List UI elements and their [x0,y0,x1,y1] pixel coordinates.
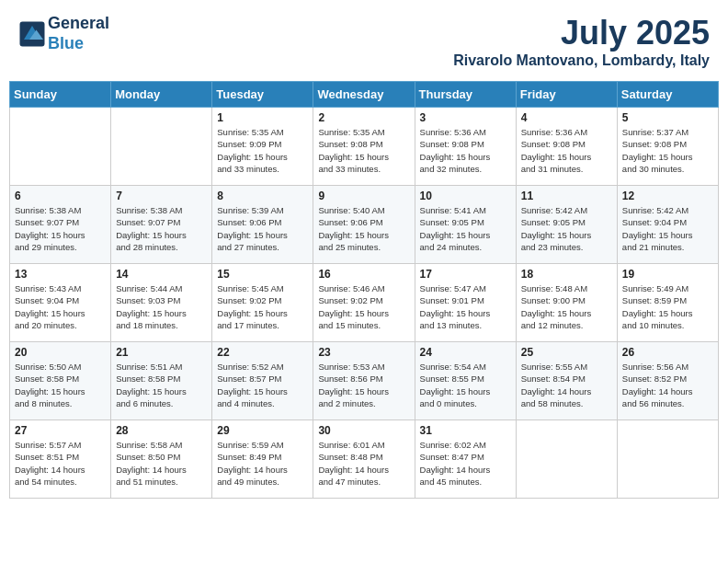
calendar-cell: 24Sunrise: 5:54 AM Sunset: 8:55 PM Dayli… [415,342,516,420]
cell-day-number: 30 [318,424,409,437]
cell-day-number: 29 [217,424,308,437]
cell-info-text: Sunrise: 5:42 AM Sunset: 9:05 PM Dayligh… [521,204,612,253]
cell-info-text: Sunrise: 5:41 AM Sunset: 9:05 PM Dayligh… [420,204,511,253]
logo-line1: General [48,14,109,32]
cell-info-text: Sunrise: 5:39 AM Sunset: 9:06 PM Dayligh… [217,204,308,253]
weekday-header-wednesday: Wednesday [313,82,415,108]
calendar-cell: 7Sunrise: 5:38 AM Sunset: 9:07 PM Daylig… [111,186,212,264]
cell-info-text: Sunrise: 5:38 AM Sunset: 9:07 PM Dayligh… [15,204,106,253]
cell-day-number: 31 [420,424,511,437]
cell-info-text: Sunrise: 5:40 AM Sunset: 9:06 PM Dayligh… [318,204,409,253]
cell-day-number: 5 [622,111,713,124]
calendar-cell: 14Sunrise: 5:44 AM Sunset: 9:03 PM Dayli… [111,264,212,342]
cell-day-number: 22 [217,346,308,359]
cell-info-text: Sunrise: 5:54 AM Sunset: 8:55 PM Dayligh… [420,361,511,409]
cell-day-number: 15 [217,268,308,281]
title-area: July 2025 Rivarolo Mantovano, Lombardy, … [453,14,710,69]
cell-day-number: 10 [420,190,511,202]
month-title: July 2025 [453,14,710,52]
cell-day-number: 26 [622,346,713,359]
cell-info-text: Sunrise: 5:45 AM Sunset: 9:02 PM Dayligh… [217,282,308,331]
week-row-2: 6Sunrise: 5:38 AM Sunset: 9:07 PM Daylig… [10,186,719,264]
calendar-cell [516,420,617,499]
calendar-cell: 26Sunrise: 5:56 AM Sunset: 8:52 PM Dayli… [617,342,718,420]
calendar-cell: 29Sunrise: 5:59 AM Sunset: 8:49 PM Dayli… [212,420,313,499]
cell-day-number: 16 [318,268,409,281]
cell-day-number: 6 [15,190,106,202]
calendar-cell: 17Sunrise: 5:47 AM Sunset: 9:01 PM Dayli… [415,264,516,342]
calendar-cell: 10Sunrise: 5:41 AM Sunset: 9:05 PM Dayli… [415,186,516,264]
calendar-cell: 2Sunrise: 5:35 AM Sunset: 9:08 PM Daylig… [313,108,415,186]
cell-info-text: Sunrise: 5:38 AM Sunset: 9:07 PM Dayligh… [116,204,207,253]
cell-day-number: 3 [420,111,511,124]
calendar: SundayMondayTuesdayWednesdayThursdayFrid… [9,81,719,499]
calendar-cell: 1Sunrise: 5:35 AM Sunset: 9:09 PM Daylig… [212,108,313,186]
logo-line2: Blue [48,34,84,52]
cell-day-number: 27 [15,424,106,437]
calendar-cell [111,108,212,186]
cell-info-text: Sunrise: 5:50 AM Sunset: 8:58 PM Dayligh… [15,361,106,409]
calendar-cell: 27Sunrise: 5:57 AM Sunset: 8:51 PM Dayli… [10,420,111,499]
logo-text: General Blue [48,14,109,53]
calendar-cell: 23Sunrise: 5:53 AM Sunset: 8:56 PM Dayli… [313,342,415,420]
calendar-cell: 5Sunrise: 5:37 AM Sunset: 9:08 PM Daylig… [617,108,718,186]
calendar-cell: 31Sunrise: 6:02 AM Sunset: 8:47 PM Dayli… [415,420,516,499]
header: General Blue July 2025 Rivarolo Mantovan… [9,9,719,74]
calendar-cell: 22Sunrise: 5:52 AM Sunset: 8:57 PM Dayli… [212,342,313,420]
weekday-header-friday: Friday [516,82,617,108]
cell-info-text: Sunrise: 5:57 AM Sunset: 8:51 PM Dayligh… [15,439,106,488]
calendar-cell: 30Sunrise: 6:01 AM Sunset: 8:48 PM Dayli… [313,420,415,499]
calendar-cell: 18Sunrise: 5:48 AM Sunset: 9:00 PM Dayli… [516,264,617,342]
calendar-cell [10,108,111,186]
cell-day-number: 1 [217,111,308,124]
cell-info-text: Sunrise: 5:51 AM Sunset: 8:58 PM Dayligh… [116,361,207,409]
logo-icon [18,20,46,48]
cell-info-text: Sunrise: 5:49 AM Sunset: 8:59 PM Dayligh… [622,282,713,331]
cell-day-number: 25 [521,346,612,359]
calendar-cell: 21Sunrise: 5:51 AM Sunset: 8:58 PM Dayli… [111,342,212,420]
calendar-cell: 15Sunrise: 5:45 AM Sunset: 9:02 PM Dayli… [212,264,313,342]
cell-info-text: Sunrise: 5:56 AM Sunset: 8:52 PM Dayligh… [622,361,713,409]
weekday-header-tuesday: Tuesday [212,82,313,108]
location-title: Rivarolo Mantovano, Lombardy, Italy [453,52,710,69]
cell-day-number: 11 [521,190,612,202]
cell-info-text: Sunrise: 6:02 AM Sunset: 8:47 PM Dayligh… [420,439,511,488]
cell-day-number: 7 [116,190,207,202]
cell-info-text: Sunrise: 5:59 AM Sunset: 8:49 PM Dayligh… [217,439,308,488]
calendar-cell: 3Sunrise: 5:36 AM Sunset: 9:08 PM Daylig… [415,108,516,186]
calendar-cell [617,420,718,499]
weekday-header-monday: Monday [111,82,212,108]
cell-day-number: 21 [116,346,207,359]
calendar-cell: 16Sunrise: 5:46 AM Sunset: 9:02 PM Dayli… [313,264,415,342]
weekday-header-sunday: Sunday [10,82,111,108]
cell-info-text: Sunrise: 5:36 AM Sunset: 9:08 PM Dayligh… [420,126,511,175]
cell-day-number: 23 [318,346,409,359]
week-row-4: 20Sunrise: 5:50 AM Sunset: 8:58 PM Dayli… [10,342,719,420]
cell-info-text: Sunrise: 5:55 AM Sunset: 8:54 PM Dayligh… [521,361,612,409]
calendar-cell: 25Sunrise: 5:55 AM Sunset: 8:54 PM Dayli… [516,342,617,420]
calendar-cell: 12Sunrise: 5:42 AM Sunset: 9:04 PM Dayli… [617,186,718,264]
calendar-cell: 19Sunrise: 5:49 AM Sunset: 8:59 PM Dayli… [617,264,718,342]
calendar-cell: 28Sunrise: 5:58 AM Sunset: 8:50 PM Dayli… [111,420,212,499]
calendar-cell: 8Sunrise: 5:39 AM Sunset: 9:06 PM Daylig… [212,186,313,264]
cell-info-text: Sunrise: 6:01 AM Sunset: 8:48 PM Dayligh… [318,439,409,488]
cell-info-text: Sunrise: 5:46 AM Sunset: 9:02 PM Dayligh… [318,282,409,331]
cell-day-number: 13 [15,268,106,281]
weekday-header-thursday: Thursday [415,82,516,108]
cell-info-text: Sunrise: 5:52 AM Sunset: 8:57 PM Dayligh… [217,361,308,409]
cell-info-text: Sunrise: 5:37 AM Sunset: 9:08 PM Dayligh… [622,126,713,175]
week-row-5: 27Sunrise: 5:57 AM Sunset: 8:51 PM Dayli… [10,420,719,499]
cell-day-number: 2 [318,111,409,124]
cell-info-text: Sunrise: 5:35 AM Sunset: 9:08 PM Dayligh… [318,126,409,175]
cell-info-text: Sunrise: 5:47 AM Sunset: 9:01 PM Dayligh… [420,282,511,331]
cell-day-number: 24 [420,346,511,359]
calendar-cell: 11Sunrise: 5:42 AM Sunset: 9:05 PM Dayli… [516,186,617,264]
cell-day-number: 12 [622,190,713,202]
cell-day-number: 20 [15,346,106,359]
week-row-1: 1Sunrise: 5:35 AM Sunset: 9:09 PM Daylig… [10,108,719,186]
cell-info-text: Sunrise: 5:48 AM Sunset: 9:00 PM Dayligh… [521,282,612,331]
cell-day-number: 4 [521,111,612,124]
weekday-header-row: SundayMondayTuesdayWednesdayThursdayFrid… [10,82,719,108]
weekday-header-saturday: Saturday [617,82,718,108]
calendar-cell: 13Sunrise: 5:43 AM Sunset: 9:04 PM Dayli… [10,264,111,342]
